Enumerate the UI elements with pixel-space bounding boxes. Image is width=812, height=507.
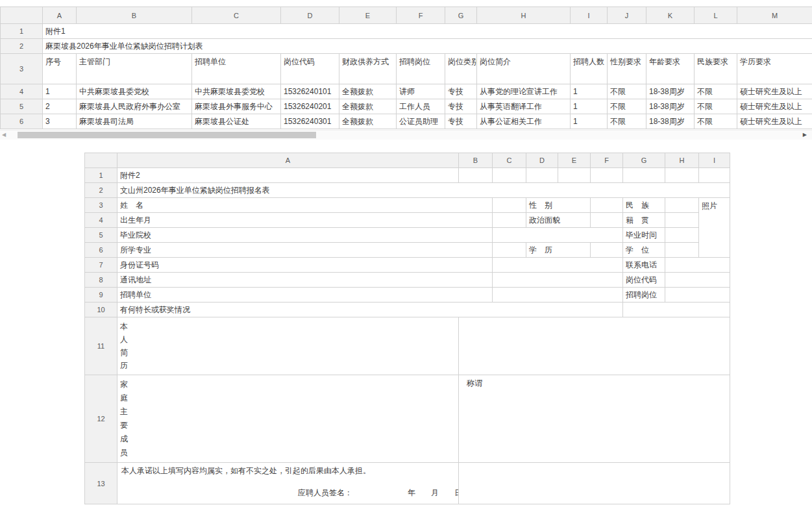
row-header[interactable]: 9 bbox=[85, 288, 117, 303]
row-header[interactable]: 11 bbox=[85, 317, 117, 375]
col-label-post[interactable]: 招聘岗位 bbox=[397, 54, 445, 84]
cell[interactable] bbox=[699, 168, 730, 183]
specialty-label[interactable]: 有何特长或获奖情况 bbox=[117, 303, 623, 317]
cell[interactable]: 1 bbox=[571, 99, 608, 114]
gender-label[interactable]: 性 别 bbox=[526, 198, 591, 213]
cell[interactable]: 不限 bbox=[695, 99, 737, 114]
school-input-cell[interactable] bbox=[493, 228, 623, 243]
major-label[interactable]: 所学专业 bbox=[117, 243, 493, 258]
attachment-label[interactable]: 附件1 bbox=[43, 24, 812, 39]
recruit-unit-input-cell[interactable] bbox=[493, 288, 623, 303]
cell[interactable]: 全额拨款 bbox=[339, 114, 397, 129]
col-label-dept[interactable]: 主管部门 bbox=[77, 54, 192, 84]
row-header[interactable]: 7 bbox=[85, 258, 117, 273]
row-header[interactable]: 5 bbox=[85, 228, 117, 243]
cell[interactable]: 2 bbox=[43, 99, 77, 114]
row-header[interactable]: 1 bbox=[85, 168, 117, 183]
cell[interactable]: 不限 bbox=[695, 84, 737, 99]
id-number-label[interactable]: 身份证号码 bbox=[117, 258, 493, 273]
cell[interactable]: 18-38周岁 bbox=[646, 99, 695, 114]
scrollbar-thumb[interactable] bbox=[18, 132, 316, 138]
column-header[interactable]: C bbox=[192, 7, 281, 24]
cell[interactable]: 麻栗坡县司法局 bbox=[77, 114, 192, 129]
col-label-ethnic-req[interactable]: 民族要求 bbox=[695, 54, 737, 84]
cell[interactable]: 3 bbox=[43, 114, 77, 129]
school-label[interactable]: 毕业院校 bbox=[117, 228, 493, 243]
cell[interactable]: 不限 bbox=[695, 114, 737, 129]
col-label-category[interactable]: 岗位类别 bbox=[445, 54, 477, 84]
id-number-input-cell[interactable] bbox=[493, 258, 623, 273]
degree-input-cell[interactable] bbox=[665, 243, 699, 258]
cell[interactable]: 18-38周岁 bbox=[646, 84, 695, 99]
cell[interactable]: 不限 bbox=[608, 99, 646, 114]
row-header[interactable]: 10 bbox=[85, 303, 117, 317]
degree-label[interactable]: 学 位 bbox=[623, 243, 665, 258]
family-label[interactable]: 家庭主要成员 bbox=[117, 375, 459, 463]
column-header[interactable]: H bbox=[477, 7, 571, 24]
ethnicity-label[interactable]: 民 族 bbox=[623, 198, 665, 213]
recruit-post-label[interactable]: 招聘岗位 bbox=[623, 288, 665, 303]
cell[interactable]: 麻栗坡县外事服务中心 bbox=[192, 99, 281, 114]
row-header[interactable]: 5 bbox=[1, 99, 43, 114]
resume-input-cell[interactable] bbox=[459, 317, 730, 375]
attachment-label[interactable]: 附件2 bbox=[117, 168, 459, 183]
col-label-code[interactable]: 岗位代码 bbox=[281, 54, 339, 84]
specialty-input-cell[interactable] bbox=[623, 303, 730, 317]
scroll-left-icon[interactable]: ◀ bbox=[2, 131, 6, 139]
cell[interactable]: 专技 bbox=[445, 114, 477, 129]
pledge-input-cell[interactable] bbox=[459, 463, 730, 504]
cell[interactable]: 从事公证相关工作 bbox=[477, 114, 571, 129]
scroll-right-icon[interactable]: ▶ bbox=[803, 131, 807, 139]
cell[interactable]: 中共麻栗坡县委党校 bbox=[77, 84, 192, 99]
cell[interactable] bbox=[526, 168, 558, 183]
cell[interactable]: 18-38周岁 bbox=[646, 114, 695, 129]
cell[interactable] bbox=[493, 168, 526, 183]
cell[interactable]: 麻栗坡县人民政府外事办公室 bbox=[77, 99, 192, 114]
cell[interactable] bbox=[591, 168, 623, 183]
graduation-time-label[interactable]: 毕业时间 bbox=[623, 228, 665, 243]
corner-select-all[interactable] bbox=[85, 153, 117, 168]
cell[interactable]: 讲师 bbox=[397, 84, 445, 99]
column-header[interactable]: A bbox=[43, 7, 77, 24]
cell[interactable]: 从事英语翻译工作 bbox=[477, 99, 571, 114]
cell[interactable]: 硕士研究生及以上 bbox=[737, 84, 812, 99]
photo-label[interactable]: 照片 bbox=[699, 198, 730, 258]
cell[interactable]: 不限 bbox=[608, 84, 646, 99]
corner-select-all[interactable] bbox=[1, 7, 43, 24]
sheet-title[interactable]: 文山州2026年事业单位紧缺岗位招聘报名表 bbox=[117, 183, 730, 198]
column-header[interactable]: E bbox=[339, 7, 397, 24]
row-header[interactable]: 2 bbox=[1, 39, 43, 54]
column-header[interactable]: L bbox=[695, 7, 737, 24]
column-header[interactable]: E bbox=[558, 153, 591, 168]
pledge-cell[interactable]: 本人承诺以上填写内容均属实，如有不实之处，引起的后果由本人承担。 应聘人员签名：… bbox=[117, 463, 459, 504]
column-header[interactable]: D bbox=[526, 153, 558, 168]
phone-label[interactable]: 联系电话 bbox=[623, 258, 665, 273]
col-label-edu-req[interactable]: 学历要求 bbox=[737, 54, 812, 84]
column-header[interactable]: G bbox=[445, 7, 477, 24]
political-input-cell[interactable] bbox=[591, 213, 623, 228]
cell[interactable]: 专技 bbox=[445, 84, 477, 99]
cell[interactable] bbox=[665, 168, 699, 183]
post-code-label[interactable]: 岗位代码 bbox=[623, 273, 665, 288]
column-header[interactable]: I bbox=[699, 153, 730, 168]
cell[interactable]: 麻栗坡县公证处 bbox=[192, 114, 281, 129]
column-header[interactable]: F bbox=[397, 7, 445, 24]
col-label-intro[interactable]: 岗位简介 bbox=[477, 54, 571, 84]
cell[interactable]: 硕士研究生及以上 bbox=[737, 99, 812, 114]
birth-input-cell[interactable] bbox=[493, 213, 526, 228]
address-label[interactable]: 通讯地址 bbox=[117, 273, 493, 288]
cell[interactable] bbox=[459, 168, 493, 183]
major-input-cell[interactable] bbox=[493, 243, 526, 258]
row-header[interactable]: 8 bbox=[85, 273, 117, 288]
cell[interactable]: 公证员助理 bbox=[397, 114, 445, 129]
education-input-cell[interactable] bbox=[591, 243, 623, 258]
column-header[interactable]: H bbox=[665, 153, 699, 168]
cell[interactable] bbox=[558, 168, 591, 183]
cell[interactable]: 硕士研究生及以上 bbox=[737, 114, 812, 129]
column-header[interactable]: I bbox=[571, 7, 608, 24]
column-header[interactable]: J bbox=[608, 7, 646, 24]
post-code-input-cell[interactable] bbox=[665, 273, 730, 288]
cell[interactable] bbox=[623, 168, 665, 183]
resume-label[interactable]: 本人简历 bbox=[117, 317, 459, 375]
column-header[interactable]: M bbox=[737, 7, 812, 24]
